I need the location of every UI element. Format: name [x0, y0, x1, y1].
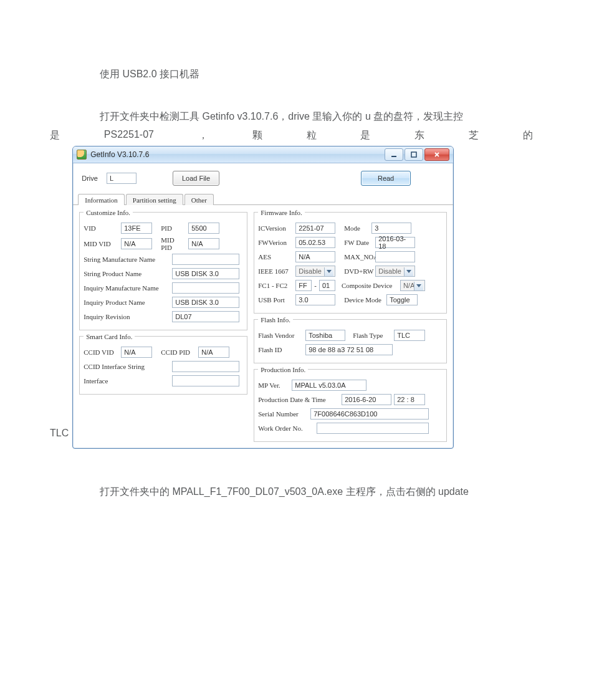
ccidpid-label: CCID PID: [161, 348, 196, 356]
close-button[interactable]: [424, 148, 449, 161]
fwdate-label: FW Date: [344, 239, 373, 246]
string-mfg-label: String Manufacture Name: [84, 256, 170, 263]
tab-content: Customize Info. VID 13FE PID 5500 MID VI…: [73, 205, 453, 448]
compdev-value: N/A: [403, 282, 414, 289]
tab-partition-setting[interactable]: Partition setting: [126, 194, 183, 205]
inquiry-prod-field[interactable]: USB DISK 3.0: [172, 297, 239, 308]
interface-field[interactable]: [172, 375, 239, 386]
jw-3: 颗: [252, 129, 262, 142]
string-mfg-field[interactable]: [172, 254, 239, 265]
paragraph-2a: 打开文件夹中检测工具 Getinfo v3.10.7.6，drive 里输入你的…: [100, 105, 539, 128]
jw-2: ，: [198, 129, 208, 142]
fwver-field[interactable]: 05.02.53: [295, 237, 335, 248]
svg-rect-0: [391, 156, 396, 157]
document-page: 使用 USB2.0 接口机器 打开文件夹中检测工具 Getinfo v3.10.…: [0, 0, 589, 529]
load-file-button[interactable]: Load File: [173, 171, 219, 186]
fwdate-field[interactable]: 2016-03-18: [375, 237, 415, 248]
minimize-button[interactable]: [385, 148, 403, 161]
tlc-label: TLC: [50, 428, 69, 439]
window-titlebar[interactable]: GetInfo V3.10.7.6: [73, 146, 453, 163]
vid-label: VID: [84, 224, 118, 232]
dvdrw-combo[interactable]: Disable: [375, 266, 415, 277]
ccidpid-field[interactable]: N/A: [198, 347, 229, 358]
getinfo-window: GetInfo V3.10.7.6 Drive L Loa: [72, 146, 454, 449]
usbport-label: USB Port: [258, 296, 293, 304]
inquiry-prod-label: Inquiry Product Name: [84, 299, 170, 306]
icver-field[interactable]: 2251-07: [295, 223, 335, 234]
vid-field[interactable]: 13FE: [121, 223, 152, 234]
serial-field[interactable]: 7F008646C863D100: [310, 408, 429, 420]
workorder-field[interactable]: [317, 423, 429, 434]
flash-id-field[interactable]: 98 de 88 a3 72 51 08: [305, 344, 393, 355]
ieee-combo[interactable]: Disable: [295, 266, 335, 277]
mode-label: Mode: [344, 224, 369, 232]
ccidifs-label: CCID Interface String: [84, 363, 170, 370]
paragraph-1: 使用 USB2.0 接口机器: [100, 62, 539, 86]
pid-field[interactable]: 5500: [188, 223, 219, 234]
read-button[interactable]: Read: [361, 171, 411, 186]
flash-vendor-label: Flash Vendor: [258, 332, 303, 339]
inquiry-rev-label: Inquiry Revision: [84, 313, 170, 320]
workorder-label: Work Order No.: [258, 424, 314, 432]
inquiry-mfg-label: Inquiry Manufacture Name: [84, 284, 170, 292]
fc2-field[interactable]: 01: [319, 280, 335, 291]
jw-5: 是: [360, 129, 370, 142]
flash-vendor-field[interactable]: Toshiba: [305, 330, 345, 341]
midvid-label: MID VID: [84, 240, 118, 247]
customize-info-group: Customize Info. VID 13FE PID 5500 MID VI…: [79, 209, 247, 330]
midvid-field[interactable]: N/A: [121, 238, 152, 249]
screenshot-row: TLC GetInfo V3.10.7.6: [50, 146, 539, 449]
dvdrw-label: DVD+RW: [344, 267, 373, 275]
maxnoa-label: MAX_NOA: [344, 253, 373, 261]
chevron-down-icon: [327, 270, 332, 273]
mode-field[interactable]: 3: [371, 223, 411, 234]
compdev-label: Composite Device: [342, 282, 398, 289]
pid-label: PID: [161, 224, 186, 232]
window-title: GetInfo V3.10.7.6: [90, 150, 385, 159]
chevron-down-icon: [416, 284, 421, 287]
fc-label: FC1 - FC2: [258, 282, 293, 289]
mpver-field[interactable]: MPALL v5.03.0A: [292, 380, 366, 391]
compdev-combo[interactable]: N/A: [400, 280, 425, 291]
usbport-field[interactable]: 3.0: [295, 294, 335, 305]
customize-legend: Customize Info.: [84, 209, 133, 216]
string-prod-label: String Product Name: [84, 270, 170, 277]
right-column: Firmware Info. ICVersion 2251-07 Mode 3 …: [254, 209, 447, 442]
string-prod-field[interactable]: USB DISK 3.0: [172, 268, 239, 279]
dvdrw-value: Disable: [378, 267, 401, 275]
midpid-field[interactable]: N/A: [188, 238, 219, 249]
proddate-field[interactable]: 2016-6-20: [342, 394, 391, 405]
minimize-icon: [391, 151, 397, 158]
maximize-button[interactable]: [405, 148, 423, 161]
aes-field[interactable]: N/A: [295, 251, 335, 262]
inquiry-rev-field[interactable]: DL07: [172, 311, 239, 322]
midpid-label: MID PID: [161, 236, 186, 251]
jw-1: PS2251-07: [104, 129, 154, 142]
jw-6: 东: [414, 129, 424, 142]
maximize-icon: [411, 151, 417, 158]
fwver-label: FWVerion: [258, 239, 293, 246]
aes-label: AES: [258, 253, 293, 261]
maxnoa-field[interactable]: [375, 251, 415, 262]
fc1-field[interactable]: FF: [295, 280, 312, 291]
prodtime-field[interactable]: 22 : 8: [394, 394, 425, 405]
jw-4: 粒: [307, 129, 317, 142]
jw-8: 的: [523, 129, 533, 142]
flash-info-group: Flash Info. Flash Vendor Toshiba Flash T…: [254, 316, 447, 363]
ccidvid-field[interactable]: N/A: [121, 347, 152, 358]
inquiry-mfg-field[interactable]: [172, 282, 239, 294]
tab-other[interactable]: Other: [184, 194, 214, 205]
flash-type-field[interactable]: TLC: [394, 330, 425, 341]
tab-information[interactable]: Information: [78, 194, 125, 205]
jw-0: 是: [50, 129, 60, 142]
fc-dash: -: [314, 282, 317, 289]
ccidifs-field[interactable]: [172, 361, 239, 372]
production-info-group: Production Info. MP Ver. MPALL v5.03.0A …: [254, 366, 447, 442]
drive-input[interactable]: L: [107, 173, 136, 184]
firmware-legend: Firmware Info.: [258, 209, 305, 216]
smartcard-legend: Smart Card Info.: [84, 333, 135, 340]
window-buttons: [385, 148, 449, 161]
devmode-field[interactable]: Toggle: [386, 294, 418, 305]
firmware-info-group: Firmware Info. ICVersion 2251-07 Mode 3 …: [254, 209, 447, 314]
flash-id-label: Flash ID: [258, 346, 303, 353]
